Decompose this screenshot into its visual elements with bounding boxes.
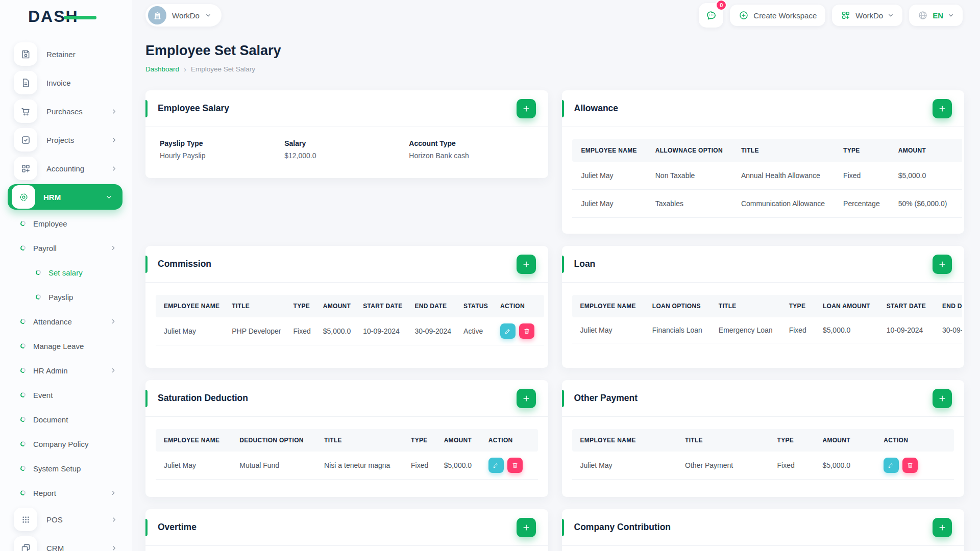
table-cell: 10-09-2024 (357, 317, 408, 345)
table-header-row: EMPLOYEE NAMEDEDUCTION OPTIONTITLETYPEAM… (156, 429, 538, 452)
card-header: Company Contribution (562, 509, 965, 546)
column-header: START DATE (878, 295, 934, 317)
sidebar-item-label: System Setup (33, 464, 81, 473)
table-row: Juliet MayPHP DeveloperFixed$5,000.010-0… (156, 317, 544, 345)
sidebar-icon-box (14, 42, 37, 66)
sidebar-item-label: HRM (43, 193, 61, 202)
add-other-payment-button[interactable] (933, 389, 952, 408)
card-header: Employee Salary (145, 90, 548, 127)
edit-button[interactable] (884, 458, 899, 473)
sidebar-item-label: Retainer (46, 50, 76, 59)
crm-icon (20, 543, 31, 551)
column-header: TITLE (710, 295, 781, 317)
sidebar-icon-box (14, 71, 37, 94)
card-accent-bar (145, 519, 148, 536)
data-table: EMPLOYEE NAMEALLOWNACE OPTIONTITLETYPEAM… (572, 139, 963, 218)
sidebar-item-purchases[interactable]: Purchases (0, 97, 132, 126)
table-cell: $5,000.0 (317, 317, 357, 345)
card-title: Company Contribution (574, 522, 933, 533)
retainer-icon (20, 49, 31, 60)
row-actions (956, 162, 962, 190)
add-overtime-button[interactable] (517, 518, 536, 537)
saturation-deduction-table: EMPLOYEE NAMEDEDUCTION OPTIONTITLETYPEAM… (156, 429, 538, 480)
column-header: ACTION (877, 429, 954, 452)
plus-icon (938, 260, 946, 268)
sidebar-item-set-salary[interactable]: Set salary (0, 260, 132, 285)
sidebar-item-label: Report (33, 489, 56, 497)
sidebar: RetainerInvoicePurchasesProjectsAccounti… (0, 0, 132, 551)
trash-icon (906, 462, 914, 469)
field-payslip-type: Payslip TypeHourly Payslip (160, 139, 284, 160)
sidebar-item-employee[interactable]: Employee (0, 211, 132, 236)
sidebar-item-company-policy[interactable]: Company Policy (0, 432, 132, 456)
sidebar-item-accounting[interactable]: Accounting (0, 154, 132, 183)
column-header: EMPLOYEE NAME (156, 429, 233, 452)
table-cell: Juliet May (572, 317, 644, 343)
chevron-right-icon (110, 490, 116, 496)
table-cell: 10-09-2024 (878, 317, 934, 343)
chevron-right-icon (110, 318, 116, 324)
row-actions (877, 452, 954, 480)
sidebar-item-event[interactable]: Event (0, 383, 132, 407)
sidebar-item-attendance[interactable]: Attendance (0, 309, 132, 334)
sidebar-item-document[interactable]: Document (0, 407, 132, 432)
sidebar-item-label: Set salary (48, 268, 83, 277)
sidebar-icon-box (14, 99, 37, 123)
bullet-icon (20, 318, 26, 324)
hrm-icon (18, 192, 29, 203)
add-commission-button[interactable] (517, 255, 536, 274)
sidebar-item-retainer[interactable]: Retainer (0, 40, 132, 68)
other-payment-table: EMPLOYEE NAMETITLETYPEAMOUNTACTIONJuliet… (572, 429, 954, 480)
column-header: ACTION (482, 429, 538, 452)
card-title: Saturation Deduction (158, 393, 517, 404)
column-header: TYPE (834, 139, 889, 162)
column-header: ACTION (494, 295, 544, 317)
sidebar-item-hrm[interactable]: HRM (8, 184, 122, 210)
saturation-deduction-card: Saturation Deduction EMPLOYEE NAMEDEDUCT… (145, 380, 548, 497)
sidebar-item-payslip[interactable]: Payslip (0, 285, 132, 309)
table-cell: Juliet May (572, 190, 646, 218)
column-header: LOAN OPTIONS (644, 295, 710, 317)
sidebar-item-manage-leave[interactable]: Manage Leave (0, 334, 132, 358)
column-header: TITLE (318, 429, 405, 452)
delete-button[interactable] (519, 323, 534, 339)
table-cell: Financials Loan (644, 317, 710, 343)
delete-button[interactable] (507, 458, 523, 473)
add-loan-button[interactable] (933, 255, 952, 274)
table-row: Juliet MayMutual FundNisi a tenetur magn… (156, 452, 538, 480)
cards-grid: Employee Salary Payslip TypeHourly Paysl… (145, 90, 964, 551)
column-header: TITLE (732, 139, 834, 162)
allowance-card: Allowance EMPLOYEE NAMEALLOWNACE OPTIONT… (562, 90, 965, 234)
edit-button[interactable] (488, 458, 504, 473)
column-header: TITLE (226, 295, 287, 317)
add-saturation-deduction-button[interactable] (517, 389, 536, 408)
table-cell: $5,000.0 (889, 162, 957, 190)
add-company-contribution-button[interactable] (933, 518, 952, 537)
add-employee-salary-button[interactable] (517, 99, 536, 118)
sidebar-item-system-setup[interactable]: System Setup (0, 456, 132, 481)
delete-button[interactable] (902, 458, 918, 473)
chevron-right-icon (111, 108, 117, 115)
table-cell: Fixed (405, 452, 438, 480)
edit-button[interactable] (500, 323, 516, 339)
add-allowance-button[interactable] (933, 99, 952, 118)
column-header: EMPLOYEE NAME (572, 139, 646, 162)
data-table: EMPLOYEE NAMETITLETYPEAMOUNTSTART DATEEN… (156, 295, 544, 345)
sidebar-item-invoice[interactable]: Invoice (0, 68, 132, 97)
column-header: TYPE (287, 295, 317, 317)
sidebar-item-pos[interactable]: POS (0, 505, 132, 534)
breadcrumb-dashboard-link[interactable]: Dashboard (145, 65, 179, 73)
table-cell: Percentage (834, 190, 889, 218)
card-title: Overtime (158, 522, 517, 533)
sidebar-item-report[interactable]: Report (0, 481, 132, 505)
data-table: EMPLOYEE NAMEDEDUCTION OPTIONTITLETYPEAM… (156, 429, 538, 480)
sidebar-item-hr-admin[interactable]: HR Admin (0, 358, 132, 383)
table-cell: PHP Developer (226, 317, 287, 345)
sidebar-item-projects[interactable]: Projects (0, 126, 132, 154)
table-cell: Juliet May (572, 162, 646, 190)
plus-icon (522, 394, 530, 403)
sidebar-item-payroll[interactable]: Payroll (0, 236, 132, 260)
app-root: DASH WorkDo 0 Create Workspace WorkDo EN… (0, 0, 980, 551)
sidebar-item-label: Employee (33, 219, 67, 228)
sidebar-item-crm[interactable]: CRM (0, 534, 132, 551)
